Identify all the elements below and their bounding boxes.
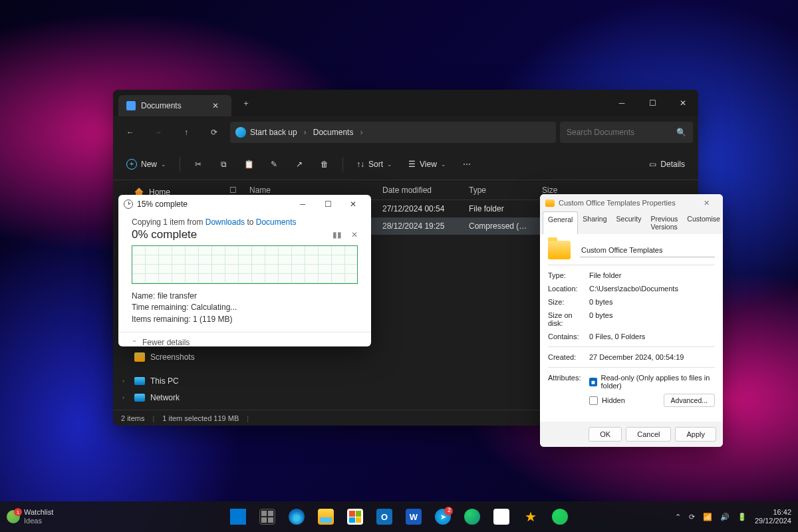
breadcrumb-root[interactable]: Start back up bbox=[250, 128, 297, 137]
ok-button[interactable]: OK bbox=[589, 427, 622, 442]
tray-sync-icon[interactable]: ⟳ bbox=[689, 513, 695, 521]
refresh-button[interactable]: ⟳ bbox=[202, 120, 226, 144]
search-box[interactable]: 🔍 bbox=[560, 122, 693, 143]
app-star[interactable]: ★ bbox=[517, 503, 544, 530]
search-input[interactable] bbox=[567, 128, 671, 137]
folder-large-icon bbox=[548, 241, 571, 259]
chevron-down-icon: ⌄ bbox=[441, 161, 446, 168]
sidebar-this-pc[interactable]: ›This PC bbox=[116, 372, 220, 388]
word-app[interactable]: W bbox=[400, 503, 427, 530]
forward-button[interactable]: → bbox=[146, 120, 170, 144]
outlook-app[interactable]: O bbox=[371, 503, 398, 530]
spotify-app[interactable] bbox=[547, 503, 573, 530]
back-button[interactable]: ← bbox=[118, 120, 142, 144]
type-column[interactable]: Type bbox=[462, 186, 535, 195]
tab-customise[interactable]: Customise bbox=[682, 211, 725, 234]
name-column[interactable]: Name bbox=[243, 186, 376, 195]
explorer-app[interactable] bbox=[313, 503, 339, 530]
readonly-checkbox[interactable]: ■Read-only (Only applies to files in fol… bbox=[589, 374, 715, 390]
tab-sharing[interactable]: Sharing bbox=[578, 211, 611, 234]
battery-icon[interactable]: 🔋 bbox=[737, 513, 747, 521]
size-value: 0 bytes bbox=[589, 298, 715, 306]
checkbox-icon[interactable] bbox=[589, 396, 598, 405]
size-column[interactable]: Size bbox=[535, 186, 589, 195]
tab-previous-versions[interactable]: Previous Versions bbox=[646, 211, 683, 234]
slack-icon bbox=[493, 509, 509, 525]
close-tab-icon[interactable]: ✕ bbox=[207, 98, 223, 114]
sort-button[interactable]: ↑↓Sort⌄ bbox=[350, 154, 399, 175]
delete-button[interactable]: 🗑 bbox=[313, 154, 336, 175]
documents-icon bbox=[126, 101, 136, 110]
copy-button[interactable]: ⧉ bbox=[212, 154, 235, 175]
paste-button[interactable]: 📋 bbox=[237, 154, 260, 175]
toolbar: New⌄ ✂ ⧉ 📋 ✎ ↗ 🗑 ↑↓Sort⌄ ☰View⌄ ⋯ ▭Detai… bbox=[113, 148, 698, 180]
task-view-button[interactable] bbox=[254, 503, 281, 530]
whatsapp-app[interactable] bbox=[459, 503, 485, 530]
new-tab-button[interactable]: ＋ bbox=[237, 94, 255, 112]
tray-chevron[interactable]: ⌃ bbox=[675, 513, 681, 521]
breadcrumb[interactable]: Start back up › Documents › bbox=[230, 122, 556, 143]
edge-app[interactable] bbox=[283, 503, 310, 530]
close-window-button[interactable]: ✕ bbox=[668, 90, 698, 116]
details-pane-button[interactable]: ▭Details bbox=[642, 160, 692, 169]
contains-value: 0 Files, 0 Folders bbox=[589, 332, 715, 340]
word-icon: W bbox=[406, 509, 422, 525]
new-button[interactable]: New⌄ bbox=[120, 154, 173, 175]
dialog-titlebar[interactable]: 15% complete ─ ☐ ✕ bbox=[118, 195, 371, 213]
details-icon: ▭ bbox=[649, 160, 656, 169]
cancel-button[interactable]: ✕ bbox=[351, 230, 358, 239]
explorer-icon bbox=[318, 509, 334, 525]
view-button[interactable]: ☰View⌄ bbox=[402, 154, 453, 175]
tabs: General Sharing Security Previous Versio… bbox=[540, 211, 723, 234]
telegram-icon: ➤ bbox=[435, 509, 451, 525]
cut-button[interactable]: ✂ bbox=[187, 154, 209, 175]
close-button[interactable]: ✕ bbox=[340, 195, 366, 213]
from-link[interactable]: Downloads bbox=[205, 217, 245, 227]
sort-icon: ↑↓ bbox=[356, 160, 364, 169]
up-button[interactable]: ↑ bbox=[174, 120, 198, 144]
minimize-button[interactable]: ─ bbox=[606, 90, 637, 116]
volume-icon[interactable]: 🔊 bbox=[720, 513, 730, 521]
maximize-button[interactable]: ☐ bbox=[315, 195, 340, 213]
titlebar[interactable]: Documents ✕ ＋ ─ ☐ ✕ bbox=[113, 90, 698, 116]
tab-documents[interactable]: Documents ✕ bbox=[118, 95, 231, 116]
checkbox-column[interactable]: ☐ bbox=[223, 186, 243, 195]
copy-progress-dialog: 15% complete ─ ☐ ✕ Copying 1 item from D… bbox=[118, 195, 371, 346]
maximize-button[interactable]: ☐ bbox=[637, 90, 668, 116]
chevron-down-icon: ⌄ bbox=[161, 161, 166, 168]
created-value: 27 December 2024, 00:54:19 bbox=[589, 353, 715, 361]
apply-button[interactable]: Apply bbox=[675, 427, 716, 442]
to-link[interactable]: Documents bbox=[256, 217, 297, 227]
tab-general[interactable]: General bbox=[543, 211, 578, 234]
pause-button[interactable]: ▮▮ bbox=[332, 230, 342, 239]
start-button[interactable] bbox=[225, 503, 251, 530]
chevron-right-icon: › bbox=[360, 128, 362, 137]
tab-security[interactable]: Security bbox=[612, 211, 646, 234]
advanced-button[interactable]: Advanced... bbox=[664, 394, 715, 407]
wifi-icon[interactable]: 📶 bbox=[703, 513, 712, 521]
star-icon: ★ bbox=[525, 509, 537, 525]
folder-name-field[interactable]: Custom Office Templates bbox=[580, 243, 715, 257]
status-items: 2 items bbox=[121, 414, 144, 422]
slack-app[interactable] bbox=[488, 503, 515, 530]
clock[interactable]: 16:42 29/12/2024 bbox=[755, 508, 791, 525]
close-button[interactable]: ✕ bbox=[695, 195, 718, 211]
telegram-app[interactable]: ➤ bbox=[430, 503, 456, 530]
sidebar-network[interactable]: ›Network bbox=[116, 390, 220, 406]
breadcrumb-current[interactable]: Documents bbox=[313, 128, 354, 137]
percent-complete: 0% complete bbox=[132, 228, 197, 241]
plus-circle-icon bbox=[126, 159, 137, 170]
chevron-up-icon: ⌃ bbox=[132, 339, 137, 346]
dialog-titlebar[interactable]: Custom Office Templates Properties ✕ bbox=[540, 194, 723, 211]
share-button[interactable]: ↗ bbox=[288, 154, 311, 175]
cancel-button[interactable]: Cancel bbox=[626, 427, 671, 442]
fewer-details-toggle[interactable]: ⌃ Fewer details bbox=[118, 332, 371, 352]
minimize-button[interactable]: ─ bbox=[290, 195, 315, 213]
more-button[interactable]: ⋯ bbox=[456, 154, 478, 175]
date-column[interactable]: Date modified bbox=[376, 186, 462, 195]
tab-label: Documents bbox=[141, 101, 182, 110]
store-app[interactable] bbox=[342, 503, 368, 530]
widgets-button[interactable]: WatchlistIdeas bbox=[7, 508, 53, 525]
rename-button[interactable]: ✎ bbox=[263, 154, 285, 175]
onedrive-icon bbox=[235, 127, 246, 138]
